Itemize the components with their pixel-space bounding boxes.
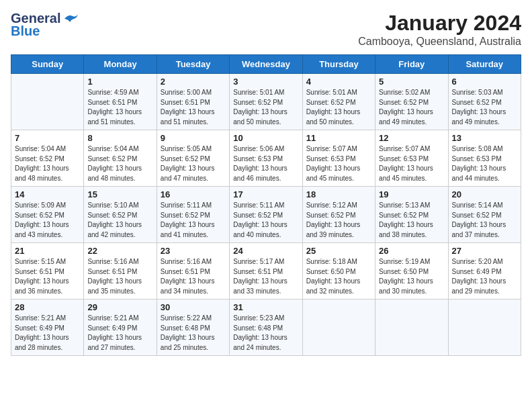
day-number: 31 <box>233 302 298 312</box>
header-thursday: Thursday <box>302 55 375 74</box>
day-number: 25 <box>306 246 371 256</box>
day-info: Sunrise: 5:21 AMSunset: 6:49 PMDaylight:… <box>87 314 152 353</box>
calendar-cell: 30Sunrise: 5:22 AMSunset: 6:48 PMDayligh… <box>157 300 229 356</box>
day-number: 28 <box>15 302 80 312</box>
day-number: 4 <box>306 77 371 87</box>
calendar-cell: 19Sunrise: 5:13 AMSunset: 6:52 PMDayligh… <box>375 187 448 243</box>
day-number: 23 <box>161 246 226 256</box>
calendar-cell: 28Sunrise: 5:21 AMSunset: 6:49 PMDayligh… <box>11 300 84 356</box>
day-info: Sunrise: 5:16 AMSunset: 6:51 PMDaylight:… <box>161 257 226 296</box>
day-info: Sunrise: 5:07 AMSunset: 6:53 PMDaylight:… <box>306 144 371 183</box>
calendar-cell: 14Sunrise: 5:09 AMSunset: 6:52 PMDayligh… <box>11 187 84 243</box>
day-info: Sunrise: 5:09 AMSunset: 6:52 PMDaylight:… <box>15 201 80 240</box>
page-title: January 2024 <box>358 11 521 36</box>
day-info: Sunrise: 5:02 AMSunset: 6:52 PMDaylight:… <box>379 88 444 127</box>
calendar-week-row: 14Sunrise: 5:09 AMSunset: 6:52 PMDayligh… <box>11 187 521 243</box>
calendar-cell: 6Sunrise: 5:03 AMSunset: 6:52 PMDaylight… <box>448 74 521 130</box>
header-wednesday: Wednesday <box>230 55 302 74</box>
calendar-cell: 21Sunrise: 5:15 AMSunset: 6:51 PMDayligh… <box>11 243 84 300</box>
day-number: 3 <box>233 77 298 87</box>
day-number: 2 <box>161 77 226 87</box>
day-info: Sunrise: 5:14 AMSunset: 6:52 PMDaylight:… <box>452 201 517 240</box>
day-info: Sunrise: 5:17 AMSunset: 6:51 PMDaylight:… <box>233 257 298 296</box>
page-subtitle: Cambooya, Queensland, Australia <box>358 36 521 48</box>
day-number: 22 <box>87 246 152 256</box>
day-info: Sunrise: 5:13 AMSunset: 6:52 PMDaylight:… <box>379 201 444 240</box>
title-area: January 2024 Cambooya, Queensland, Austr… <box>358 11 521 48</box>
day-number: 18 <box>306 189 371 199</box>
calendar-cell <box>302 300 375 356</box>
calendar-cell: 16Sunrise: 5:11 AMSunset: 6:52 PMDayligh… <box>157 187 229 243</box>
calendar-cell: 7Sunrise: 5:04 AMSunset: 6:52 PMDaylight… <box>11 130 84 187</box>
day-info: Sunrise: 5:10 AMSunset: 6:52 PMDaylight:… <box>87 201 152 240</box>
calendar-cell <box>11 74 84 130</box>
day-info: Sunrise: 5:04 AMSunset: 6:52 PMDaylight:… <box>87 144 152 183</box>
day-info: Sunrise: 5:18 AMSunset: 6:50 PMDaylight:… <box>306 257 371 296</box>
calendar-cell: 10Sunrise: 5:06 AMSunset: 6:53 PMDayligh… <box>230 130 302 187</box>
calendar-cell: 13Sunrise: 5:08 AMSunset: 6:53 PMDayligh… <box>448 130 521 187</box>
day-number: 20 <box>452 189 517 199</box>
calendar-cell: 2Sunrise: 5:00 AMSunset: 6:51 PMDaylight… <box>157 74 229 130</box>
calendar-cell <box>375 300 448 356</box>
day-info: Sunrise: 5:15 AMSunset: 6:51 PMDaylight:… <box>15 257 80 296</box>
header-tuesday: Tuesday <box>157 55 229 74</box>
day-number: 11 <box>306 133 371 143</box>
calendar-cell <box>448 300 521 356</box>
calendar-cell: 3Sunrise: 5:01 AMSunset: 6:52 PMDaylight… <box>230 74 302 130</box>
day-info: Sunrise: 5:12 AMSunset: 6:52 PMDaylight:… <box>306 201 371 240</box>
calendar-header-row: Sunday Monday Tuesday Wednesday Thursday… <box>11 55 521 74</box>
calendar-cell: 20Sunrise: 5:14 AMSunset: 6:52 PMDayligh… <box>448 187 521 243</box>
day-info: Sunrise: 5:20 AMSunset: 6:49 PMDaylight:… <box>452 257 517 296</box>
day-number: 16 <box>161 189 226 199</box>
day-number: 9 <box>161 133 226 143</box>
day-number: 19 <box>379 189 444 199</box>
calendar-cell: 12Sunrise: 5:07 AMSunset: 6:53 PMDayligh… <box>375 130 448 187</box>
day-number: 15 <box>87 189 152 199</box>
day-info: Sunrise: 5:23 AMSunset: 6:48 PMDaylight:… <box>233 314 298 353</box>
day-number: 12 <box>379 133 444 143</box>
day-number: 27 <box>452 246 517 256</box>
day-number: 14 <box>15 189 80 199</box>
calendar-cell: 11Sunrise: 5:07 AMSunset: 6:53 PMDayligh… <box>302 130 375 187</box>
calendar-week-row: 28Sunrise: 5:21 AMSunset: 6:49 PMDayligh… <box>11 300 521 356</box>
calendar-week-row: 7Sunrise: 5:04 AMSunset: 6:52 PMDaylight… <box>11 130 521 187</box>
day-info: Sunrise: 5:01 AMSunset: 6:52 PMDaylight:… <box>233 88 298 127</box>
day-info: Sunrise: 5:06 AMSunset: 6:53 PMDaylight:… <box>233 144 298 183</box>
calendar-week-row: 1Sunrise: 4:59 AMSunset: 6:51 PMDaylight… <box>11 74 521 130</box>
calendar-cell: 31Sunrise: 5:23 AMSunset: 6:48 PMDayligh… <box>230 300 302 356</box>
day-info: Sunrise: 5:01 AMSunset: 6:52 PMDaylight:… <box>306 88 371 127</box>
calendar-cell: 24Sunrise: 5:17 AMSunset: 6:51 PMDayligh… <box>230 243 302 300</box>
logo-bird-icon <box>63 13 78 25</box>
calendar-table: Sunday Monday Tuesday Wednesday Thursday… <box>11 54 521 356</box>
day-info: Sunrise: 5:22 AMSunset: 6:48 PMDaylight:… <box>161 314 226 353</box>
day-info: Sunrise: 5:16 AMSunset: 6:51 PMDaylight:… <box>87 257 152 296</box>
day-info: Sunrise: 5:05 AMSunset: 6:52 PMDaylight:… <box>161 144 226 183</box>
day-number: 17 <box>233 189 298 199</box>
day-number: 30 <box>161 302 226 312</box>
calendar-cell: 23Sunrise: 5:16 AMSunset: 6:51 PMDayligh… <box>157 243 229 300</box>
header-sunday: Sunday <box>11 55 84 74</box>
calendar-cell: 26Sunrise: 5:19 AMSunset: 6:50 PMDayligh… <box>375 243 448 300</box>
day-number: 1 <box>87 77 152 87</box>
header-monday: Monday <box>84 55 157 74</box>
day-number: 5 <box>379 77 444 87</box>
calendar-cell: 27Sunrise: 5:20 AMSunset: 6:49 PMDayligh… <box>448 243 521 300</box>
day-info: Sunrise: 4:59 AMSunset: 6:51 PMDaylight:… <box>87 88 152 127</box>
day-info: Sunrise: 5:08 AMSunset: 6:53 PMDaylight:… <box>452 144 517 183</box>
calendar-cell: 29Sunrise: 5:21 AMSunset: 6:49 PMDayligh… <box>84 300 157 356</box>
day-info: Sunrise: 5:21 AMSunset: 6:49 PMDaylight:… <box>15 314 80 353</box>
calendar-cell: 9Sunrise: 5:05 AMSunset: 6:52 PMDaylight… <box>157 130 229 187</box>
day-number: 7 <box>15 133 80 143</box>
day-info: Sunrise: 5:11 AMSunset: 6:52 PMDaylight:… <box>233 201 298 240</box>
logo-blue: Blue <box>11 24 40 39</box>
day-number: 10 <box>233 133 298 143</box>
day-number: 8 <box>87 133 152 143</box>
day-info: Sunrise: 5:19 AMSunset: 6:50 PMDaylight:… <box>379 257 444 296</box>
day-number: 21 <box>15 246 80 256</box>
calendar-cell: 5Sunrise: 5:02 AMSunset: 6:52 PMDaylight… <box>375 74 448 130</box>
day-number: 26 <box>379 246 444 256</box>
calendar-cell: 1Sunrise: 4:59 AMSunset: 6:51 PMDaylight… <box>84 74 157 130</box>
day-info: Sunrise: 5:00 AMSunset: 6:51 PMDaylight:… <box>161 88 226 127</box>
calendar-cell: 25Sunrise: 5:18 AMSunset: 6:50 PMDayligh… <box>302 243 375 300</box>
calendar-cell: 8Sunrise: 5:04 AMSunset: 6:52 PMDaylight… <box>84 130 157 187</box>
